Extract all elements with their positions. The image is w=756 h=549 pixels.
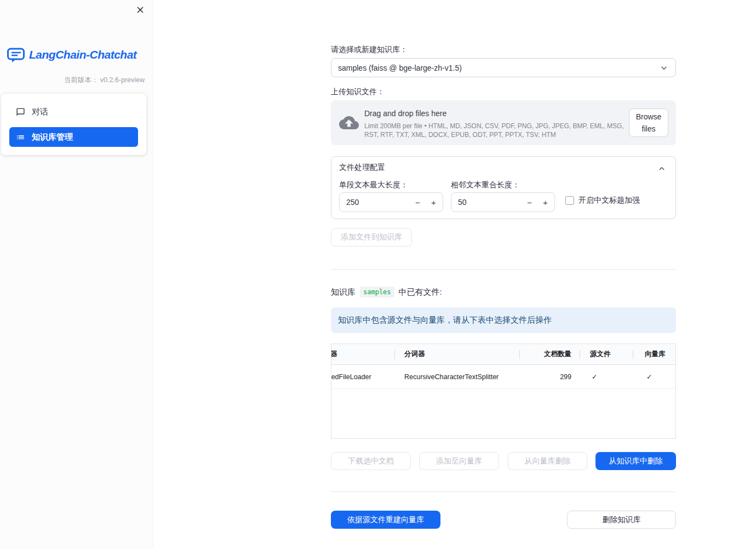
column-header-loader[interactable]: 文档加载器 [331, 344, 394, 364]
info-alert: 知识库中包含源文件与向量库，请从下表中选择文件后操作 [331, 307, 676, 333]
kb-files-heading: 知识库 samples 中已有文件: [331, 287, 442, 298]
list-icon [16, 133, 25, 142]
app-root: LangChain-Chatchat 当前版本： v0.2.6-preview … [0, 0, 756, 549]
decrement-button[interactable]: − [522, 193, 537, 211]
upload-label: 上传知识文件： [331, 87, 385, 97]
cell-loader: UnstructuredFileLoader [331, 373, 394, 381]
kb-name-code: samples [360, 287, 394, 298]
chevron-up-icon[interactable] [657, 164, 667, 176]
rebuild-vector-store-button[interactable]: 依据源文件重建向量库 [331, 511, 440, 529]
chunk-overlap-label: 相邻文本重合长度： [451, 180, 520, 190]
sidebar-item-knowledge-base[interactable]: 知识库管理 [9, 127, 138, 147]
kb-selected-value: samples (faiss @ bge-large-zh-v1.5) [338, 64, 659, 72]
expander-title[interactable]: 文件处理配置 [339, 163, 385, 173]
info-alert-text: 知识库中包含源文件与向量库，请从下表中选择文件后操作 [338, 315, 552, 325]
zh-title-enhance-checkbox[interactable]: 开启中文标题加强 [565, 196, 640, 205]
chunk-size-input[interactable]: 250 − + [339, 192, 443, 212]
kb-files-prefix: 知识库 [331, 287, 356, 298]
chunk-overlap-input[interactable]: 50 − + [451, 192, 555, 212]
chevron-down-icon [659, 63, 669, 73]
app-title: LangChain-Chatchat [29, 48, 136, 61]
checkbox-box[interactable] [565, 196, 574, 205]
table-row[interactable]: UnstructuredFileLoader RecursiveCharacte… [331, 365, 675, 389]
sidebar-close-icon[interactable] [135, 5, 145, 15]
dropzone-instruction: Drag and drop files here [364, 109, 446, 118]
column-header-source-file[interactable]: 源文件 [580, 344, 633, 364]
column-header-splitter[interactable]: 分词器 [394, 344, 519, 364]
column-header-vector-store[interactable]: 向量库 [633, 344, 676, 364]
table-header-row: 文档加载器 分词器 文档数量 源文件 向量库 [331, 344, 675, 365]
divider [331, 491, 676, 492]
chat-bubble-logo-icon [7, 47, 25, 63]
cell-vector-store-check: ✓ [633, 373, 676, 381]
file-config-expander: 文件处理配置 单段文本最大长度： 相邻文本重合长度： 250 − + 50 − … [331, 156, 676, 219]
increment-button[interactable]: + [426, 193, 442, 211]
chunk-size-value[interactable]: 250 [346, 198, 359, 207]
browse-files-button[interactable]: Browse files [629, 108, 668, 137]
main-content: 请选择或新建知识库： samples (faiss @ bge-large-zh… [153, 0, 756, 549]
divider [331, 269, 676, 270]
version-label: 当前版本： v0.2.6-preview [64, 76, 145, 85]
sidebar-menu: 对话 知识库管理 [1, 94, 146, 155]
sidebar: LangChain-Chatchat 当前版本： v0.2.6-preview … [0, 0, 153, 549]
kb-selectbox[interactable]: samples (faiss @ bge-large-zh-v1.5) [331, 58, 676, 77]
add-to-vector-store-button[interactable]: 添加至向量库 [419, 452, 499, 470]
column-header-doc-count[interactable]: 文档数量 [519, 344, 580, 364]
app-logo: LangChain-Chatchat [7, 47, 136, 63]
cell-doc-count: 299 [519, 373, 580, 381]
add-files-to-kb-button[interactable]: 添加文件到知识库 [331, 228, 412, 247]
sidebar-item-label: 对话 [32, 107, 48, 117]
chunk-size-label: 单段文本最大长度： [339, 180, 408, 190]
delete-kb-button[interactable]: 删除知识库 [567, 511, 676, 529]
cell-splitter: RecursiveCharacterTextSplitter [394, 373, 519, 381]
kb-files-suffix: 中已有文件: [399, 287, 442, 298]
checkbox-label: 开启中文标题加强 [579, 196, 640, 205]
cloud-upload-icon [339, 115, 359, 133]
sidebar-item-dialogue[interactable]: 对话 [9, 102, 138, 122]
cell-source-file-check: ✓ [580, 373, 633, 381]
dropzone-file-limits: Limit 200MB per file • HTML, MD, JSON, C… [364, 122, 627, 139]
decrement-button[interactable]: − [410, 193, 426, 211]
file-dropzone[interactable]: Drag and drop files here Limit 200MB per… [331, 100, 676, 145]
chunk-overlap-value[interactable]: 50 [458, 198, 467, 207]
kb-files-table: 文档加载器 分词器 文档数量 源文件 向量库 UnstructuredFileL… [331, 344, 676, 439]
chat-icon [16, 107, 25, 117]
increment-button[interactable]: + [537, 193, 553, 211]
delete-from-kb-button[interactable]: 从知识库中删除 [595, 452, 676, 470]
delete-from-vector-store-button[interactable]: 从向量库删除 [508, 452, 587, 470]
download-selected-button[interactable]: 下载选中文档 [331, 452, 411, 470]
sidebar-item-label: 知识库管理 [32, 132, 73, 142]
kb-select-label: 请选择或新建知识库： [331, 45, 408, 55]
